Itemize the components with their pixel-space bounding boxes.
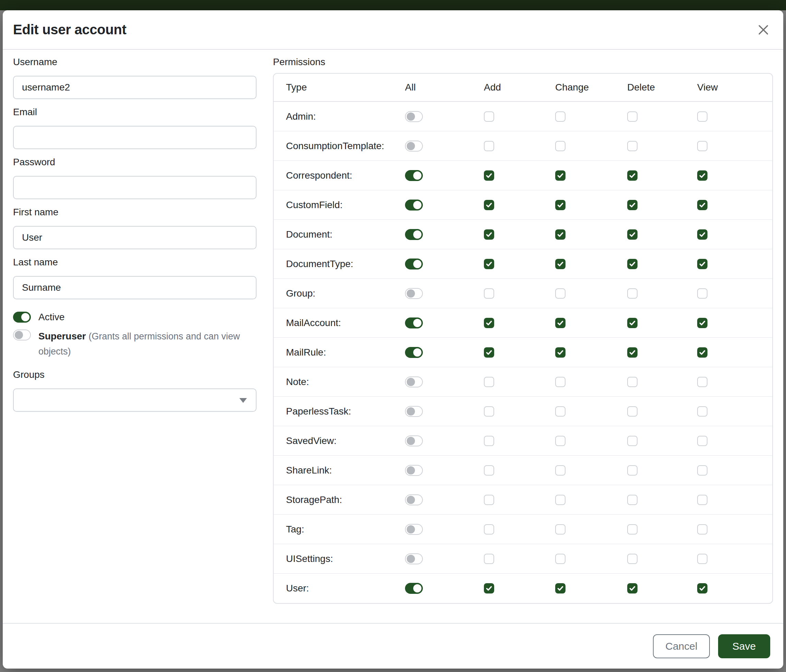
permission-view-checkbox[interactable] (697, 111, 707, 122)
permission-all-toggle[interactable] (405, 141, 423, 152)
groups-select[interactable] (13, 388, 256, 412)
close-button[interactable] (756, 22, 771, 38)
permission-delete-checkbox[interactable] (627, 583, 638, 593)
password-input[interactable] (13, 176, 256, 199)
permission-add-checkbox[interactable] (484, 554, 494, 564)
permission-add-checkbox[interactable] (484, 200, 494, 210)
permission-delete-checkbox[interactable] (627, 111, 638, 122)
permission-all-toggle[interactable] (405, 553, 423, 564)
permission-all-toggle[interactable] (405, 583, 423, 594)
permission-all-toggle[interactable] (405, 317, 423, 328)
last-name-input[interactable] (13, 276, 256, 299)
save-button[interactable]: Save (718, 634, 770, 658)
permission-view-checkbox[interactable] (697, 288, 707, 298)
permission-change-checkbox[interactable] (555, 318, 566, 328)
permission-change-checkbox[interactable] (555, 495, 566, 505)
permission-delete-checkbox[interactable] (627, 347, 638, 358)
permission-view-checkbox[interactable] (697, 377, 707, 387)
permission-all-toggle[interactable] (405, 465, 423, 476)
permission-change-checkbox[interactable] (555, 111, 566, 122)
permission-view-checkbox[interactable] (697, 347, 707, 358)
permission-delete-checkbox[interactable] (627, 318, 638, 328)
permission-change-checkbox[interactable] (555, 465, 566, 476)
permission-change-checkbox[interactable] (555, 170, 566, 181)
permission-type-label: MailAccount: (274, 317, 399, 328)
permission-all-toggle[interactable] (405, 377, 423, 388)
permission-add-checkbox[interactable] (484, 495, 494, 505)
permission-add-checkbox[interactable] (484, 406, 494, 416)
permission-view-checkbox[interactable] (697, 554, 707, 564)
permission-add-checkbox[interactable] (484, 259, 494, 269)
permission-add-checkbox[interactable] (484, 318, 494, 328)
permission-all-toggle[interactable] (405, 170, 423, 181)
permission-view-checkbox[interactable] (697, 170, 707, 181)
permission-view-checkbox[interactable] (697, 318, 707, 328)
permission-type-label: ConsumptionTemplate: (274, 141, 399, 152)
permission-delete-checkbox[interactable] (627, 495, 638, 505)
permission-view-checkbox[interactable] (697, 200, 707, 210)
permission-all-toggle[interactable] (405, 524, 423, 535)
permission-change-checkbox[interactable] (555, 229, 566, 240)
permission-add-checkbox[interactable] (484, 347, 494, 358)
permission-change-checkbox[interactable] (555, 436, 566, 446)
permission-delete-checkbox[interactable] (627, 170, 638, 181)
permission-view-checkbox[interactable] (697, 495, 707, 505)
permission-change-checkbox[interactable] (555, 406, 566, 416)
permission-all-toggle[interactable] (405, 259, 423, 270)
permission-add-checkbox[interactable] (484, 583, 494, 593)
superuser-toggle[interactable] (13, 330, 31, 341)
permission-all-toggle[interactable] (405, 229, 423, 240)
permission-change-checkbox[interactable] (555, 259, 566, 269)
permission-all-toggle[interactable] (405, 495, 423, 506)
permission-delete-checkbox[interactable] (627, 200, 638, 210)
permission-change-checkbox[interactable] (555, 347, 566, 358)
permission-view-checkbox[interactable] (697, 141, 707, 151)
permission-change-checkbox[interactable] (555, 288, 566, 298)
permission-all-toggle[interactable] (405, 435, 423, 446)
permission-delete-checkbox[interactable] (627, 141, 638, 151)
permission-change-checkbox[interactable] (555, 141, 566, 151)
permission-view-checkbox[interactable] (697, 229, 707, 240)
permission-add-checkbox[interactable] (484, 170, 494, 181)
permission-delete-checkbox[interactable] (627, 229, 638, 240)
permission-change-checkbox[interactable] (555, 524, 566, 534)
permission-view-checkbox[interactable] (697, 436, 707, 446)
permission-view-checkbox[interactable] (697, 465, 707, 476)
permission-view-checkbox[interactable] (697, 259, 707, 269)
permission-view-checkbox[interactable] (697, 406, 707, 416)
permission-all-toggle[interactable] (405, 199, 423, 210)
active-row: Active (13, 312, 256, 323)
permission-all-toggle[interactable] (405, 406, 423, 417)
permission-delete-checkbox[interactable] (627, 465, 638, 476)
permission-change-checkbox[interactable] (555, 377, 566, 387)
permission-delete-checkbox[interactable] (627, 259, 638, 269)
permission-add-checkbox[interactable] (484, 377, 494, 387)
active-toggle[interactable] (13, 312, 31, 323)
username-input[interactable] (13, 76, 256, 99)
permission-add-checkbox[interactable] (484, 288, 494, 298)
permission-delete-checkbox[interactable] (627, 554, 638, 564)
permission-all-toggle[interactable] (405, 347, 423, 358)
permission-add-checkbox[interactable] (484, 141, 494, 151)
cancel-button[interactable]: Cancel (653, 634, 709, 658)
permission-add-checkbox[interactable] (484, 229, 494, 240)
permission-change-checkbox[interactable] (555, 200, 566, 210)
permission-delete-checkbox[interactable] (627, 436, 638, 446)
permission-add-checkbox[interactable] (484, 465, 494, 476)
permission-add-checkbox[interactable] (484, 524, 494, 534)
toggle-knob (407, 289, 415, 298)
permission-change-checkbox[interactable] (555, 583, 566, 593)
permission-add-checkbox[interactable] (484, 436, 494, 446)
first-name-input[interactable] (13, 226, 256, 249)
permission-change-checkbox[interactable] (555, 554, 566, 564)
permission-delete-checkbox[interactable] (627, 377, 638, 387)
permission-delete-checkbox[interactable] (627, 406, 638, 416)
permission-view-checkbox[interactable] (697, 583, 707, 593)
permission-add-checkbox[interactable] (484, 111, 494, 122)
email-input[interactable] (13, 126, 256, 149)
permission-all-toggle[interactable] (405, 111, 423, 122)
permission-all-toggle[interactable] (405, 288, 423, 299)
permission-delete-checkbox[interactable] (627, 288, 638, 298)
permission-delete-checkbox[interactable] (627, 524, 638, 534)
permission-view-checkbox[interactable] (697, 524, 707, 534)
